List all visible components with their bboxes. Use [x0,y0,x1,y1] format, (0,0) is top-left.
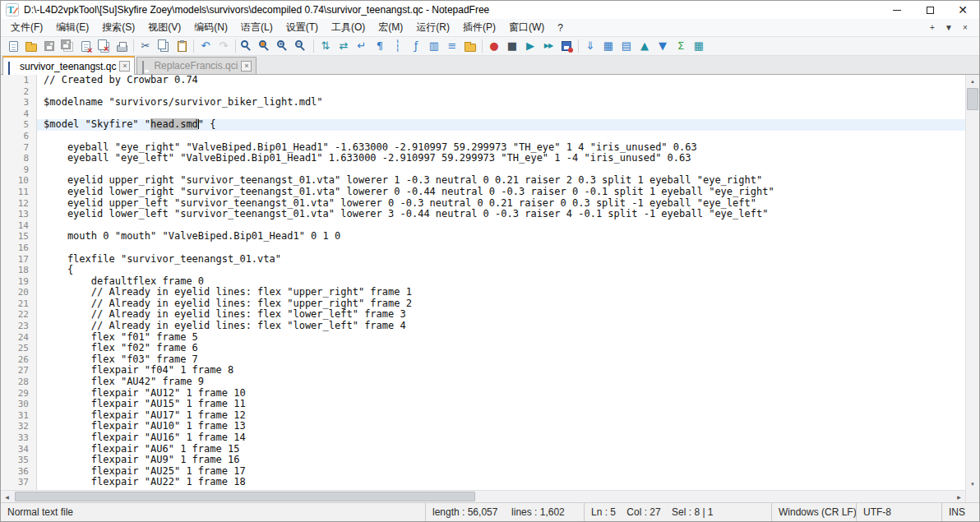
menu-language[interactable]: 语言(L) [234,19,280,36]
code-line[interactable]: flexpair "AU6" 1 frame 15 [44,444,965,455]
code-line[interactable]: eyeball "eye_left" "ValveBiped.Bip01_Hea… [44,153,965,164]
folder-workspace-button[interactable] [461,37,479,55]
code-line[interactable]: eyelid upper_left "survivor_teenangst_01… [44,198,965,210]
close-all-docs-button[interactable] [95,37,113,55]
code-line[interactable]: mouth 0 "mouth" "ValveBiped.Bip01_Head1"… [44,231,965,243]
code-line[interactable] [44,86,965,98]
tab-survivor-teenangst-qc[interactable]: survivor_teenangst.qc× [2,56,135,75]
stop-macro-button[interactable]: ■ [503,37,521,55]
menu-file[interactable]: 文件(F) [4,19,49,36]
zoom-in-button[interactable] [275,37,293,55]
sync-vertical-scroll-button[interactable]: ⇅ [317,37,335,55]
code-line[interactable]: flexpair "AU17" 1 frame 12 [44,410,965,422]
code-line[interactable]: flexfile "survivor_teenangst_01.vta" [44,254,965,266]
find-button[interactable] [238,37,257,55]
record-macro-button[interactable]: ● [485,37,503,55]
code-line[interactable]: flexpair "AU10" 1 frame 13 [44,421,965,432]
code-line[interactable]: // Already in eyelid lines: flex "lower_… [44,309,965,321]
tab-list-button[interactable]: ▼ [941,21,956,35]
zoom-out-button[interactable] [293,37,311,55]
code-line[interactable]: eyelid upper_right "survivor_teenangst_0… [44,175,965,187]
indent-guide-button[interactable]: ┆ [389,37,407,55]
sort-descending-button[interactable]: ▼ [654,37,672,55]
undo-button[interactable]: ↶ [196,37,215,55]
code-line[interactable] [44,131,965,142]
open-file-button[interactable] [22,37,40,55]
show-all-chars-button[interactable]: ¶ [371,37,389,55]
close-doc-button[interactable] [76,37,95,55]
menu-macro[interactable]: 宏(M) [372,19,409,36]
code-line[interactable]: flexpair "AU25" 1 frame 17 [44,466,965,478]
code-line[interactable]: eyelid lower_right "survivor_teenangst_0… [44,187,965,198]
menu-window[interactable]: 窗口(W) [502,19,551,36]
save-macro-button[interactable] [557,37,576,55]
play-macro-button[interactable]: ▶ [521,37,539,55]
code-line[interactable]: { [44,265,965,276]
tab-close-button[interactable]: × [241,61,252,72]
word-wrap-button[interactable]: ↵ [353,37,371,55]
export-doc-button[interactable]: ⇓ [581,37,599,55]
new-file-button[interactable] [4,37,22,55]
scroll-left-arrow-icon[interactable]: ◀ [1,491,13,502]
minimize-button[interactable] [881,1,913,19]
menu-search[interactable]: 搜索(S) [95,19,141,36]
menu-tools[interactable]: 工具(O) [325,19,372,36]
close-tab-button[interactable]: × [958,21,973,35]
copy-button[interactable] [155,37,173,55]
code-line[interactable]: flexpair "AU12" 1 frame 10 [44,388,965,400]
code-line[interactable]: flexpair "AU16" 1 frame 14 [44,432,965,444]
text-editor[interactable]: 1234567891011121314151617181920212223242… [1,75,965,490]
export-grid-button[interactable]: ▦ [690,37,708,55]
close-window-button[interactable]: ✕ [946,1,979,19]
code-line[interactable]: // Already in eyelid lines: flex "upper_… [44,298,965,310]
menu-plugins[interactable]: 插件(P) [456,19,502,36]
sort-ascending-button[interactable]: ▲ [636,37,654,55]
code-line[interactable]: flexpair "AU9" 1 frame 16 [44,455,965,466]
menu-edit[interactable]: 编辑(E) [49,19,95,36]
print-button[interactable] [113,37,131,55]
code-line[interactable] [44,109,965,120]
cut-button[interactable]: ✂ [136,37,155,55]
code-line[interactable]: flexpair "AU22" 1 frame 18 [44,477,965,488]
replace-button[interactable] [257,37,275,55]
table-grid-button[interactable]: ▦ [599,37,617,55]
code-line[interactable]: eyelid lower_left "survivor_teenangst_01… [44,209,965,220]
menu-settings[interactable]: 设置(T) [280,19,325,36]
sum-button[interactable]: Σ [672,37,690,55]
menu-encoding[interactable]: 编码(N) [187,19,234,36]
function-list-button[interactable]: ƒ [407,37,425,55]
code-line[interactable]: // Already in eyelid lines: flex "lower_… [44,321,965,332]
code-line[interactable]: flexpair "f04" 1 frame 8 [44,365,965,376]
code-line[interactable]: $modelname "survivors/survivor_biker_lig… [44,97,965,109]
code-line[interactable] [44,243,965,254]
code-line[interactable]: flex "f02" frame 6 [44,343,965,354]
run-macro-multiple-button[interactable]: ▶▶ [539,37,557,55]
menu-help[interactable]: ? [551,19,570,36]
code-line[interactable]: defaultflex frame 0 [44,276,965,288]
code-line[interactable]: $model "Skyfire" "head.smd" { [37,119,965,131]
maximize-button[interactable] [913,1,946,19]
code-line[interactable]: // Already in eyelid lines: flex "upper_… [44,287,965,298]
scroll-right-arrow-icon[interactable]: ▶ [953,491,965,502]
code-line[interactable]: flex "AU42" frame 9 [44,376,965,388]
doc-list-button[interactable]: ≡ [443,37,461,55]
tab-replacefrancis-qci[interactable]: ReplaceFrancis.qci× [136,57,257,74]
paste-button[interactable] [173,37,191,55]
horizontal-scroll-track[interactable] [13,491,953,502]
code-line[interactable]: // Created by Crowbar 0.74 [44,75,965,86]
doc-map-button[interactable]: ▥ [425,37,443,55]
table-sheet-button[interactable]: ▤ [617,37,636,55]
code-line[interactable] [44,164,965,176]
code-line[interactable] [44,220,965,232]
horizontal-scrollbar[interactable]: ◀ ▶ [1,490,965,502]
code-line[interactable]: flex "f03" frame 7 [44,354,965,366]
code-line[interactable]: flex "f01" frame 5 [44,332,965,344]
scroll-up-arrow-icon[interactable]: ▲ [966,75,979,87]
vertical-scroll-thumb[interactable] [967,88,978,110]
new-tab-button[interactable]: + [925,21,940,35]
horizontal-scroll-thumb[interactable] [15,492,475,501]
code-line[interactable]: flexpair "AU15" 1 frame 11 [44,399,965,410]
tab-close-button[interactable]: × [119,61,130,72]
menu-view[interactable]: 视图(V) [141,19,187,36]
scroll-down-arrow-icon[interactable]: ▼ [966,478,979,490]
